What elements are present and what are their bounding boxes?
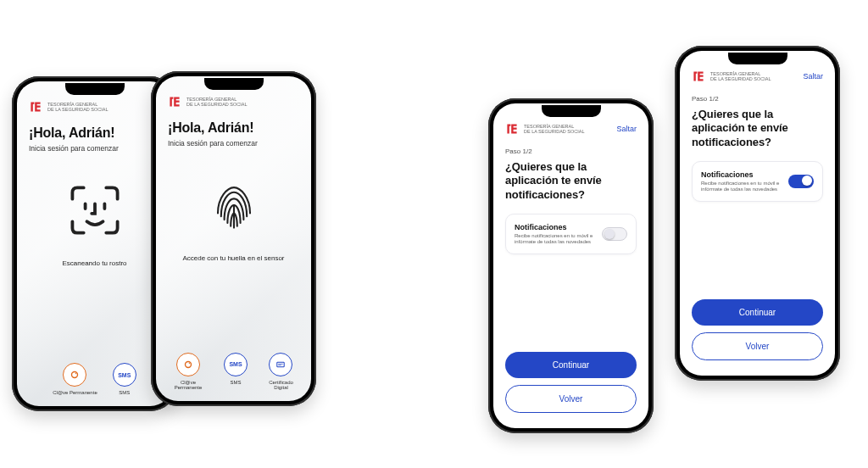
method-cert[interactable]: Certificado Digital — [263, 353, 299, 391]
greeting-subtitle: Inicia sesión para comenzar — [29, 144, 160, 153]
back-button[interactable]: Volver — [692, 332, 823, 360]
continue-button[interactable]: Continuar — [692, 299, 823, 326]
notifications-card: Notificaciones Recibe notificaciones en … — [692, 161, 823, 202]
screen-login-faceid: TESORERÍA GENERAL DE LA SEGURIDAD SOCIAL… — [17, 81, 172, 406]
brand-line2: DE LA SEGURIDAD SOCIAL — [47, 107, 108, 112]
brand-logo-icon — [168, 95, 181, 109]
notifications-heading: ¿Quieres que la aplicación te envíe noti… — [505, 160, 637, 202]
skip-link[interactable]: Saltar — [616, 125, 637, 133]
notifications-toggle[interactable] — [602, 227, 627, 241]
step-label: Paso 1/2 — [692, 95, 823, 103]
method-sms[interactable]: SMS SMS — [113, 363, 136, 396]
fingerprint-icon — [202, 173, 266, 237]
notifications-heading: ¿Quieres que la aplicación te envíe noti… — [692, 108, 823, 149]
screen-login-fingerprint: TESORERÍA GENERAL DE LA SEGURIDAD SOCIAL… — [156, 76, 311, 401]
device-notch — [728, 53, 787, 64]
auth-methods: Cl@ve Permanente SMS SMS Certificado Dig… — [168, 353, 299, 393]
method-sms[interactable]: SMS SMS — [224, 353, 248, 391]
brand: TESORERÍA GENERAL DE LA SEGURIDAD SOCIAL — [692, 70, 771, 83]
svg-point-1 — [75, 373, 76, 374]
device-notifications-off: TESORERÍA GENERAL DE LA SEGURIDAD SOCIAL… — [488, 98, 654, 433]
method-clave[interactable]: Cl@ve Permanente — [53, 363, 97, 396]
card-title: Notificaciones — [515, 223, 595, 231]
cert-icon — [269, 353, 292, 376]
faceid-caption: Escaneando tu rostro — [62, 259, 126, 267]
device-notch — [542, 105, 601, 117]
svg-point-3 — [189, 363, 190, 364]
svg-rect-4 — [277, 362, 284, 367]
greeting-title: ¡Hola, Adrián! — [29, 125, 160, 141]
back-button[interactable]: Volver — [505, 385, 637, 413]
device-notch — [65, 83, 125, 95]
device-notch — [204, 78, 264, 90]
device-login-fingerprint: TESORERÍA GENERAL DE LA SEGURIDAD SOCIAL… — [151, 71, 316, 406]
card-desc: Recibe notificaciones en tu móvil e infó… — [515, 233, 595, 245]
sms-icon: SMS — [224, 353, 248, 376]
device-notifications-on: TESORERÍA GENERAL DE LA SEGURIDAD SOCIAL… — [675, 46, 840, 381]
card-title: Notificaciones — [701, 170, 782, 179]
brand-logo-icon — [505, 122, 519, 136]
brand-line2: DE LA SEGURIDAD SOCIAL — [710, 76, 771, 81]
svg-point-2 — [185, 361, 191, 367]
clave-icon — [63, 363, 86, 387]
sms-icon: SMS — [113, 363, 136, 387]
method-clave[interactable]: Cl@ve Permanente — [168, 353, 209, 391]
fingerprint-caption: Accede con tu huella en el sensor — [182, 254, 284, 262]
method-clave-label: Cl@ve Permanente — [53, 390, 97, 396]
card-desc: Recibe notificaciones en tu móvil e infó… — [701, 181, 782, 192]
brand: TESORERÍA GENERAL DE LA SEGURIDAD SOCIAL — [29, 100, 160, 114]
auth-methods: Cl@ve Permanente SMS SMS — [29, 363, 160, 398]
faceid-icon — [63, 178, 127, 242]
screen-notifications-off: TESORERÍA GENERAL DE LA SEGURIDAD SOCIAL… — [493, 103, 648, 428]
brand-logo-icon — [29, 100, 42, 114]
method-cert-label: Certificado Digital — [263, 380, 299, 391]
screen-notifications-on: TESORERÍA GENERAL DE LA SEGURIDAD SOCIAL… — [680, 51, 835, 376]
brand-line2: DE LA SEGURIDAD SOCIAL — [524, 129, 585, 134]
svg-point-0 — [72, 372, 78, 378]
greeting-subtitle: Inicia sesión para comenzar — [168, 139, 299, 148]
continue-button[interactable]: Continuar — [505, 352, 637, 378]
brand: TESORERÍA GENERAL DE LA SEGURIDAD SOCIAL — [505, 122, 585, 136]
notifications-toggle[interactable] — [788, 175, 814, 188]
method-sms-label: SMS — [119, 390, 130, 396]
skip-link[interactable]: Saltar — [803, 72, 823, 81]
notifications-card: Notificaciones Recibe notificaciones en … — [505, 214, 637, 254]
clave-icon — [176, 353, 200, 376]
brand-logo-icon — [692, 70, 705, 83]
brand: TESORERÍA GENERAL DE LA SEGURIDAD SOCIAL — [168, 95, 299, 109]
step-label: Paso 1/2 — [505, 148, 637, 155]
method-sms-label: SMS — [230, 380, 241, 386]
brand-line2: DE LA SEGURIDAD SOCIAL — [186, 102, 248, 107]
method-clave-label: Cl@ve Permanente — [168, 380, 209, 391]
greeting-title: ¡Hola, Adrián! — [168, 120, 299, 136]
